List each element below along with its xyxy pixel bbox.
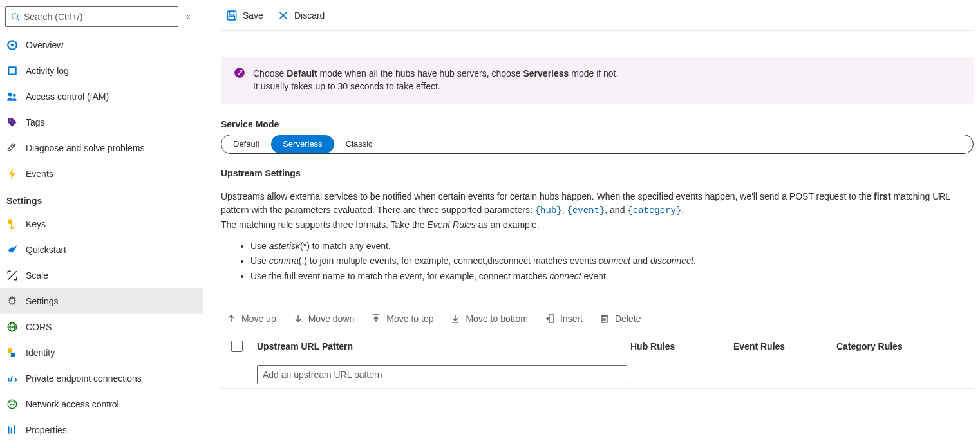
nav-label: Events [26,169,53,179]
col-event: Event Rules [733,341,836,351]
nav-label: Scale [26,270,48,281]
search-icon [11,12,20,21]
insert-button[interactable]: Insert [540,308,588,330]
key-icon [6,218,18,230]
sidebar: « Overview Activity log Access control (… [0,0,203,448]
rules-list: Use asterisk(*) to match any event. Use … [250,239,974,285]
people-icon [6,91,18,102]
svg-point-0 [12,14,18,19]
nav-label: Diagnose and solve problems [26,143,144,153]
table-header: Upstream URL Pattern Hub Rules Event Rul… [221,332,974,360]
nav-diagnose[interactable]: Diagnose and solve problems [0,135,203,161]
svg-rect-21 [14,425,15,433]
nav-cors[interactable]: CORS [0,314,203,340]
mode-classic[interactable]: Classic [334,135,384,153]
move-top-button[interactable]: Move to top [366,308,438,330]
wrench-icon [6,142,18,154]
sidebar-search[interactable] [5,6,178,27]
nav-activity-log[interactable]: Activity log [0,58,203,84]
collapse-sidebar-button[interactable]: « [178,12,198,21]
gear-icon [6,295,18,307]
svg-rect-17 [11,353,15,357]
rule-item: Use the full event name to match the eve… [250,269,974,285]
settings-section-header: Settings [0,187,203,211]
nav-label: Network access control [26,399,119,409]
col-hub: Hub Rules [630,341,733,351]
nav-label: Identity [26,348,55,358]
endpoint-icon [6,373,18,384]
nav-private-endpoint[interactable]: Private endpoint connections [0,366,203,391]
nav-access-control[interactable]: Access control (IAM) [0,84,203,109]
nav-label: Access control (IAM) [26,91,109,102]
activity-log-icon [6,65,18,77]
nav-identity[interactable]: Identity [0,340,203,366]
upstream-description: Upstreams allow external services to be … [221,190,968,232]
nav-label: Activity log [26,66,69,76]
rule-item: Use comma(,) to join multiple events, fo… [250,254,974,269]
network-icon [6,398,18,410]
close-icon [278,10,289,21]
svg-rect-23 [230,11,234,14]
nav-label: Tags [26,117,45,127]
service-mode-label: Service Mode [221,119,974,129]
upstream-heading: Upstream Settings [221,168,974,178]
overview-icon [6,39,18,51]
arrow-up-icon [226,313,236,324]
discard-button[interactable]: Discard [272,4,330,27]
svg-rect-30 [549,315,554,322]
nav-network-access[interactable]: Network access control [0,391,203,417]
save-label: Save [243,10,263,21]
scale-icon [6,270,18,281]
info-icon [234,67,245,79]
add-pattern-input[interactable] [257,365,627,384]
save-button[interactable]: Save [221,4,269,27]
svg-point-8 [10,120,11,121]
main-content: Save Discard Choose Default mode when al… [203,0,980,448]
col-url: Upstream URL Pattern [257,341,630,351]
nav-label: Private endpoint connections [26,373,142,384]
arrow-top-icon [371,313,381,324]
properties-icon [6,424,18,436]
move-down-button[interactable]: Move down [288,308,360,330]
svg-point-12 [13,247,14,248]
nav-scale[interactable]: Scale [0,263,203,288]
toolbar: Save Discard [221,0,974,31]
move-bottom-button[interactable]: Move to bottom [445,308,533,330]
nav-overview[interactable]: Overview [0,32,203,58]
banner-text: Choose Default mode when all the hubs ha… [253,67,618,93]
nav-keys[interactable]: Keys [0,211,203,237]
svg-rect-16 [8,348,12,353]
select-all-checkbox[interactable] [231,341,243,352]
search-input[interactable] [24,12,173,22]
arrow-down-icon [293,313,303,324]
mode-default[interactable]: Default [221,135,271,153]
insert-icon [545,313,555,324]
svg-rect-24 [229,16,235,20]
move-up-button[interactable]: Move up [221,308,281,330]
nav-tags[interactable]: Tags [0,109,203,135]
nav-quickstart[interactable]: Quickstart [0,237,203,263]
svg-point-7 [13,94,16,97]
info-banner: Choose Default mode when all the hubs ha… [221,57,974,104]
bolt-icon [6,168,18,180]
svg-point-6 [8,93,12,97]
trash-icon [599,313,610,324]
nav-label: CORS [26,322,52,332]
nav-events[interactable]: Events [0,161,203,187]
mode-serverless[interactable]: Serverless [271,135,334,153]
svg-rect-20 [11,428,12,434]
service-mode-group: Default Serverless Classic [221,135,974,154]
globe-icon [6,321,18,333]
svg-rect-5 [10,68,15,74]
quickstart-icon [6,244,18,256]
nav-label: Overview [26,40,63,50]
svg-line-1 [17,19,20,21]
delete-button[interactable]: Delete [594,308,646,330]
nav-label: Keys [26,219,46,229]
rule-item: Use asterisk(*) to match any event. [250,239,974,254]
nav-properties[interactable]: Properties [0,417,203,443]
nav-settings[interactable]: Settings [0,288,203,314]
arrow-bottom-icon [450,313,460,324]
nav-label: Settings [26,296,59,306]
svg-rect-11 [11,227,14,229]
